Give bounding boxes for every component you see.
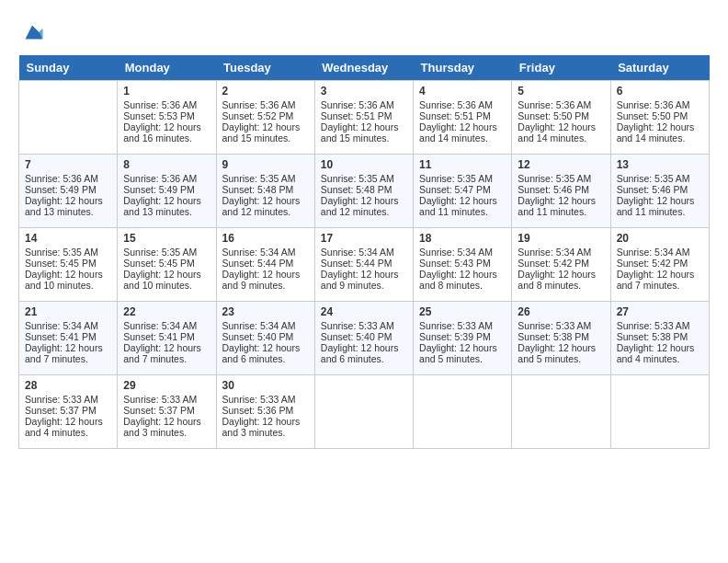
sunrise-text: Sunrise: 5:33 AM: [321, 320, 394, 331]
daylight-text: Daylight: 12 hours and 7 minutes.: [123, 342, 201, 364]
daylight-text: Daylight: 12 hours and 13 minutes.: [25, 195, 103, 217]
calendar-cell: 25Sunrise: 5:33 AMSunset: 5:39 PMDayligh…: [414, 302, 512, 375]
day-number: 24: [321, 305, 407, 318]
calendar-cell: 27Sunrise: 5:33 AMSunset: 5:38 PMDayligh…: [610, 302, 709, 375]
calendar-cell: 9Sunrise: 5:35 AMSunset: 5:48 PMDaylight…: [216, 155, 314, 228]
calendar-cell: 6Sunrise: 5:36 AMSunset: 5:50 PMDaylight…: [610, 81, 709, 155]
sunrise-text: Sunrise: 5:35 AM: [25, 247, 98, 258]
calendar-cell: 22Sunrise: 5:34 AMSunset: 5:41 PMDayligh…: [118, 302, 216, 375]
day-number: 6: [617, 85, 703, 98]
daylight-text: Daylight: 12 hours and 11 minutes.: [617, 195, 695, 217]
sunset-text: Sunset: 5:42 PM: [518, 258, 589, 269]
day-number: 2: [222, 85, 309, 98]
day-number: 20: [617, 232, 703, 245]
sunset-text: Sunset: 5:36 PM: [222, 405, 294, 416]
day-number: 26: [518, 305, 604, 318]
calendar-cell: [314, 375, 413, 449]
header-row: SundayMondayTuesdayWednesdayThursdayFrid…: [19, 55, 710, 81]
calendar-cell: 14Sunrise: 5:35 AMSunset: 5:45 PMDayligh…: [19, 228, 118, 302]
calendar-cell: [414, 375, 512, 449]
daylight-text: Daylight: 12 hours and 10 minutes.: [25, 269, 103, 291]
header-tuesday: Tuesday: [216, 55, 314, 81]
sunrise-text: Sunrise: 5:34 AM: [25, 320, 98, 331]
sunset-text: Sunset: 5:40 PM: [222, 331, 294, 342]
sunset-text: Sunset: 5:37 PM: [123, 405, 195, 416]
sunset-text: Sunset: 5:37 PM: [25, 405, 97, 416]
day-number: 19: [518, 232, 604, 245]
sunrise-text: Sunrise: 5:34 AM: [518, 247, 591, 258]
calendar-cell: 13Sunrise: 5:35 AMSunset: 5:46 PMDayligh…: [610, 155, 709, 228]
sunrise-text: Sunrise: 5:34 AM: [123, 320, 197, 331]
calendar-cell: 4Sunrise: 5:36 AMSunset: 5:51 PMDaylight…: [414, 81, 512, 155]
sunset-text: Sunset: 5:45 PM: [123, 258, 195, 269]
week-row-4: 21Sunrise: 5:34 AMSunset: 5:41 PMDayligh…: [19, 302, 710, 375]
daylight-text: Daylight: 12 hours and 9 minutes.: [321, 269, 399, 291]
daylight-text: Daylight: 12 hours and 15 minutes.: [321, 121, 399, 144]
header-wednesday: Wednesday: [314, 55, 413, 81]
sunrise-text: Sunrise: 5:35 AM: [222, 173, 296, 184]
sunrise-text: Sunrise: 5:34 AM: [617, 247, 690, 258]
calendar-cell: 20Sunrise: 5:34 AMSunset: 5:42 PMDayligh…: [610, 228, 709, 302]
sunset-text: Sunset: 5:38 PM: [518, 331, 589, 342]
logo-icon: [18, 18, 46, 46]
sunrise-text: Sunrise: 5:34 AM: [222, 247, 296, 258]
page-header: [18, 18, 710, 46]
daylight-text: Daylight: 12 hours and 10 minutes.: [123, 269, 201, 291]
daylight-text: Daylight: 12 hours and 7 minutes.: [25, 342, 103, 364]
week-row-5: 28Sunrise: 5:33 AMSunset: 5:37 PMDayligh…: [19, 375, 710, 449]
calendar-cell: 30Sunrise: 5:33 AMSunset: 5:36 PMDayligh…: [216, 375, 314, 449]
sunrise-text: Sunrise: 5:36 AM: [321, 99, 394, 110]
calendar-cell: 17Sunrise: 5:34 AMSunset: 5:44 PMDayligh…: [314, 228, 413, 302]
sunrise-text: Sunrise: 5:34 AM: [321, 247, 394, 258]
daylight-text: Daylight: 12 hours and 6 minutes.: [222, 342, 301, 364]
sunrise-text: Sunrise: 5:33 AM: [518, 320, 591, 331]
calendar-cell: 3Sunrise: 5:36 AMSunset: 5:51 PMDaylight…: [314, 81, 413, 155]
day-number: 16: [222, 232, 309, 245]
sunrise-text: Sunrise: 5:36 AM: [222, 99, 296, 110]
calendar-cell: 10Sunrise: 5:35 AMSunset: 5:48 PMDayligh…: [314, 155, 413, 228]
logo: [18, 18, 50, 46]
daylight-text: Daylight: 12 hours and 5 minutes.: [518, 342, 596, 364]
calendar-cell: 7Sunrise: 5:36 AMSunset: 5:49 PMDaylight…: [19, 155, 118, 228]
sunrise-text: Sunrise: 5:33 AM: [222, 394, 296, 405]
day-number: 13: [617, 158, 703, 171]
day-number: 28: [25, 379, 111, 392]
daylight-text: Daylight: 12 hours and 3 minutes.: [222, 416, 301, 438]
daylight-text: Daylight: 12 hours and 6 minutes.: [321, 342, 399, 364]
calendar-cell: 28Sunrise: 5:33 AMSunset: 5:37 PMDayligh…: [19, 375, 118, 449]
day-number: 27: [617, 305, 703, 318]
sunrise-text: Sunrise: 5:33 AM: [25, 394, 98, 405]
daylight-text: Daylight: 12 hours and 3 minutes.: [123, 416, 201, 438]
day-number: 30: [222, 379, 309, 392]
daylight-text: Daylight: 12 hours and 4 minutes.: [25, 416, 103, 438]
sunrise-text: Sunrise: 5:35 AM: [518, 173, 591, 184]
sunset-text: Sunset: 5:53 PM: [123, 110, 195, 121]
day-number: 29: [123, 379, 210, 392]
sunset-text: Sunset: 5:43 PM: [419, 258, 491, 269]
daylight-text: Daylight: 12 hours and 11 minutes.: [518, 195, 596, 217]
sunset-text: Sunset: 5:46 PM: [518, 184, 589, 195]
day-number: 21: [25, 305, 111, 318]
sunset-text: Sunset: 5:45 PM: [25, 258, 97, 269]
calendar-table: SundayMondayTuesdayWednesdayThursdayFrid…: [18, 55, 710, 449]
day-number: 5: [518, 85, 604, 98]
calendar-cell: 19Sunrise: 5:34 AMSunset: 5:42 PMDayligh…: [512, 228, 610, 302]
calendar-cell: 26Sunrise: 5:33 AMSunset: 5:38 PMDayligh…: [512, 302, 610, 375]
day-number: 8: [123, 158, 210, 171]
daylight-text: Daylight: 12 hours and 8 minutes.: [419, 269, 497, 291]
daylight-text: Daylight: 12 hours and 11 minutes.: [419, 195, 497, 217]
calendar-cell: 1Sunrise: 5:36 AMSunset: 5:53 PMDaylight…: [118, 81, 216, 155]
sunrise-text: Sunrise: 5:35 AM: [617, 173, 690, 184]
calendar-cell: 16Sunrise: 5:34 AMSunset: 5:44 PMDayligh…: [216, 228, 314, 302]
sunset-text: Sunset: 5:48 PM: [321, 184, 392, 195]
sunrise-text: Sunrise: 5:35 AM: [419, 173, 493, 184]
day-number: 17: [321, 232, 407, 245]
daylight-text: Daylight: 12 hours and 9 minutes.: [222, 269, 301, 291]
sunset-text: Sunset: 5:51 PM: [419, 110, 491, 121]
sunrise-text: Sunrise: 5:36 AM: [617, 99, 690, 110]
calendar-cell: [19, 81, 118, 155]
day-number: 10: [321, 158, 407, 171]
daylight-text: Daylight: 12 hours and 13 minutes.: [123, 195, 201, 217]
daylight-text: Daylight: 12 hours and 12 minutes.: [222, 195, 301, 217]
daylight-text: Daylight: 12 hours and 7 minutes.: [617, 269, 695, 291]
